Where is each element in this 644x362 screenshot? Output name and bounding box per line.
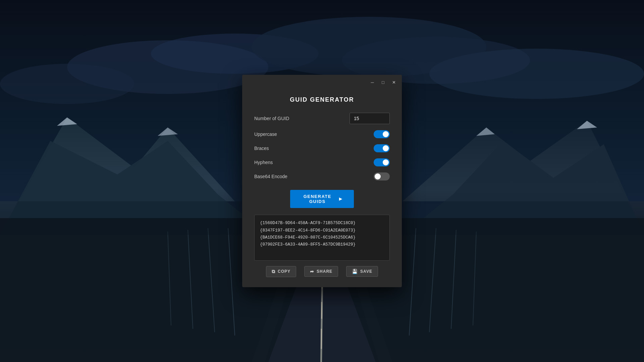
generate-button-label: GENERATE GUIDS: [300, 194, 335, 204]
share-button[interactable]: ➦ SHARE: [304, 266, 338, 277]
braces-label: Braces: [254, 146, 269, 151]
generate-button[interactable]: GENERATE GUIDS ►: [290, 190, 354, 208]
hyphens-label: Hyphens: [254, 160, 273, 165]
action-buttons-row: ⧉ COPY ➦ SHARE 💾 SAVE: [254, 266, 390, 277]
braces-row: Braces: [254, 144, 390, 152]
output-textarea[interactable]: {1560D47B-9D64-458A-ACF9-71B575DC18C0} {…: [254, 215, 390, 260]
braces-toggle[interactable]: [374, 144, 390, 152]
app-window: ─ □ ✕ GUID GENERATOR Number of GUID Uppe…: [242, 75, 402, 287]
base64-label: Base64 Encode: [254, 174, 287, 179]
number-of-guid-row: Number of GUID: [254, 113, 390, 124]
number-of-guid-label: Number of GUID: [254, 116, 289, 121]
title-bar: ─ □ ✕: [242, 75, 402, 90]
hyphens-row: Hyphens: [254, 158, 390, 166]
copy-button[interactable]: ⧉ COPY: [266, 266, 296, 277]
copy-label: COPY: [278, 269, 290, 274]
close-button[interactable]: ✕: [389, 77, 398, 87]
base64-row: Base64 Encode: [254, 172, 390, 180]
svg-point-6: [0, 64, 134, 104]
app-title: GUID GENERATOR: [254, 96, 390, 103]
svg-rect-21: [321, 302, 322, 319]
base64-toggle[interactable]: [374, 172, 390, 180]
hyphens-toggle[interactable]: [374, 158, 390, 166]
uppercase-label: Uppercase: [254, 132, 277, 137]
share-label: SHARE: [317, 269, 332, 274]
maximize-button[interactable]: □: [378, 77, 388, 87]
save-button[interactable]: 💾 SAVE: [346, 266, 378, 277]
minimize-button[interactable]: ─: [368, 77, 377, 87]
share-icon: ➦: [310, 269, 314, 274]
svg-rect-22: [321, 329, 322, 349]
uppercase-row: Uppercase: [254, 130, 390, 138]
save-icon: 💾: [352, 269, 358, 274]
uppercase-toggle[interactable]: [374, 130, 390, 138]
generate-arrow-icon: ►: [338, 196, 344, 202]
save-label: SAVE: [360, 269, 372, 274]
svg-point-5: [429, 49, 644, 99]
window-content: GUID GENERATOR Number of GUID Uppercase …: [242, 90, 402, 287]
number-of-guid-input[interactable]: [350, 113, 390, 124]
copy-icon: ⧉: [272, 269, 275, 274]
